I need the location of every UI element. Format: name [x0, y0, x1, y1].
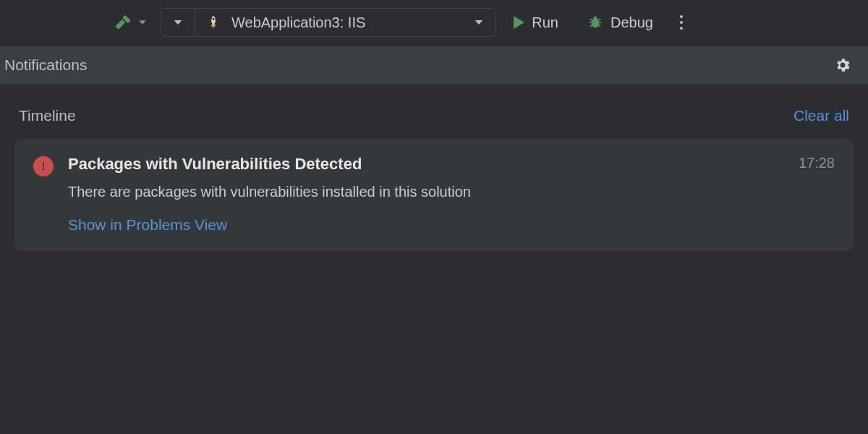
play-icon	[514, 16, 524, 29]
settings-button[interactable]	[833, 56, 852, 75]
build-button-group[interactable]	[107, 13, 155, 32]
debug-button-label: Debug	[610, 14, 653, 31]
notification-action-link[interactable]: Show in Problems View	[68, 216, 227, 234]
debug-button[interactable]: Debug	[576, 8, 665, 37]
timeline-header-row: Timeline Clear all	[14, 98, 854, 139]
hammer-icon	[113, 13, 132, 32]
panel-title: Notifications	[4, 56, 87, 74]
svg-rect-10	[43, 163, 44, 168]
chevron-down-icon	[472, 16, 485, 29]
run-config-selector[interactable]: WebApplication3: IIS	[161, 8, 496, 37]
error-icon	[33, 156, 54, 176]
chevron-down-icon	[171, 16, 184, 29]
notification-head: Packages with Vulnerabilities Detected 1…	[68, 155, 835, 174]
timeline-label: Timeline	[19, 107, 76, 124]
svg-point-3	[593, 17, 597, 21]
run-button-label: Run	[532, 14, 558, 31]
run-config-label: WebApplication3: IIS	[231, 14, 365, 31]
run-button[interactable]: Run	[502, 8, 570, 37]
top-toolbar: WebApplication3: IIS Run Debug	[0, 0, 868, 45]
rocket-icon	[205, 14, 221, 30]
dot-icon	[680, 21, 683, 24]
dot-icon	[680, 15, 683, 18]
svg-line-7	[598, 19, 601, 20]
svg-line-9	[598, 25, 601, 27]
clear-all-link[interactable]: Clear all	[793, 107, 849, 124]
dot-icon	[680, 27, 683, 30]
svg-line-8	[590, 25, 593, 27]
run-config-current[interactable]: WebApplication3: IIS	[195, 9, 495, 36]
svg-line-6	[590, 19, 593, 20]
notification-content: Packages with Vulnerabilities Detected 1…	[68, 155, 835, 234]
svg-point-1	[213, 18, 215, 20]
notification-message: There are packages with vulnerabilities …	[68, 184, 835, 200]
bug-icon	[587, 14, 603, 30]
chevron-down-icon	[136, 16, 149, 29]
notifications-header: Notifications	[0, 45, 868, 85]
more-actions-button[interactable]	[671, 8, 692, 37]
svg-point-11	[43, 169, 44, 170]
notification-card[interactable]: Packages with Vulnerabilities Detected 1…	[14, 139, 854, 251]
notifications-body: Timeline Clear all Packages with Vulnera…	[0, 85, 868, 251]
notification-title: Packages with Vulnerabilities Detected	[68, 155, 362, 174]
run-config-history[interactable]	[161, 9, 195, 36]
notification-time: 17:28	[799, 155, 835, 171]
